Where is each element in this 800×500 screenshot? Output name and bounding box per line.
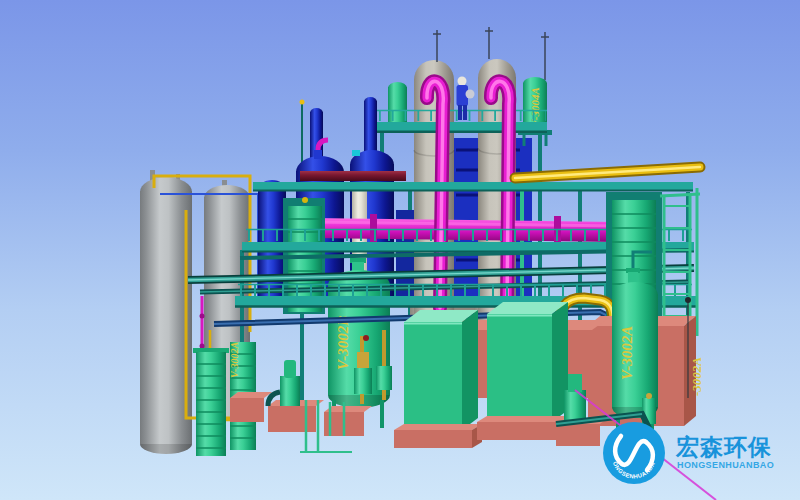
small-green-drums: V-3004A [384, 77, 552, 146]
right-ladder-frame [660, 188, 700, 336]
right-yellow-header-pipe [515, 167, 700, 178]
vessel-v3002b: V-3002B [328, 258, 390, 428]
vessel-label-v3002a: V-3002A [619, 326, 635, 380]
green-tank-box-1 [394, 310, 482, 448]
leader-tag-label: -3002A [689, 357, 704, 396]
vessel-label-v3002b: V-3002B [335, 316, 351, 370]
plant-3d-render-viewport: V-3004A [0, 0, 800, 500]
logo-cn-name: 宏森环保 [675, 434, 772, 460]
left-pipe-tag-label: V-3002A [229, 342, 240, 378]
plant-3d-scene: V-3004A [0, 0, 800, 500]
company-logo: HONGSENHUANBAO [603, 422, 665, 484]
vessel-label-v3004a: V-3004A [529, 87, 541, 127]
logo-en-name: HONGSENHUANBAO [677, 460, 774, 470]
worker-figure [457, 77, 475, 121]
